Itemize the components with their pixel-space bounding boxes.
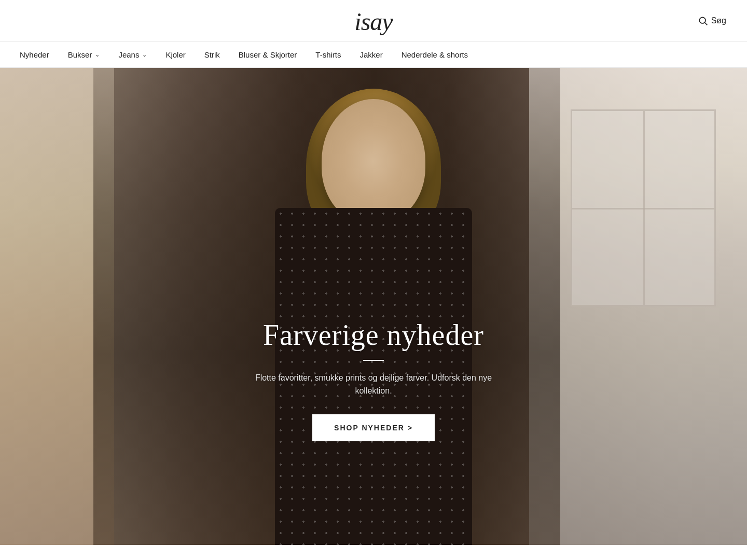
hero-cta-button[interactable]: SHOP NYHEDER > [312, 414, 435, 441]
svg-line-1 [704, 23, 707, 25]
hero-divider [363, 360, 384, 361]
nav-item-jeans[interactable]: Jeans ⌄ [109, 42, 156, 67]
main-nav: Nyheder Bukser ⌄ Jeans ⌄ Kjoler Strik Bl… [0, 42, 747, 68]
model-figure [249, 68, 498, 545]
chevron-down-icon: ⌄ [95, 51, 100, 58]
nav-item-nederdele-shorts[interactable]: Nederdele & shorts [392, 42, 477, 67]
logo[interactable]: isay [354, 9, 392, 34]
nav-item-bluser-skjorter[interactable]: Bluser & Skjorter [229, 42, 307, 67]
search-label: Søg [711, 16, 726, 25]
nav-item-jakker[interactable]: Jakker [351, 42, 392, 67]
nav-item-bukser[interactable]: Bukser ⌄ [59, 42, 109, 67]
hero-section: Farverige nyheder Flotte favoritter, smu… [0, 68, 747, 545]
search-area[interactable]: Søg [698, 16, 726, 26]
nav-item-strik[interactable]: Strik [195, 42, 229, 67]
chevron-down-icon: ⌄ [142, 51, 147, 58]
brand-name: isay [354, 9, 392, 34]
hero-subtitle: Flotte favoritter, smukke prints og dejl… [249, 371, 498, 398]
search-icon [698, 16, 708, 26]
nav-item-t-shirts[interactable]: T-shirts [306, 42, 350, 67]
hero-content: Farverige nyheder Flotte favoritter, smu… [192, 318, 555, 441]
nav-item-nyheder[interactable]: Nyheder [10, 42, 59, 67]
svg-point-0 [699, 17, 706, 23]
nav-item-kjoler[interactable]: Kjoler [156, 42, 195, 67]
site-header: isay Søg [0, 0, 747, 42]
window-crossbar-v [643, 111, 645, 305]
hero-title: Farverige nyheder [192, 318, 555, 352]
window-decoration [571, 109, 716, 306]
model-head [322, 99, 425, 223]
